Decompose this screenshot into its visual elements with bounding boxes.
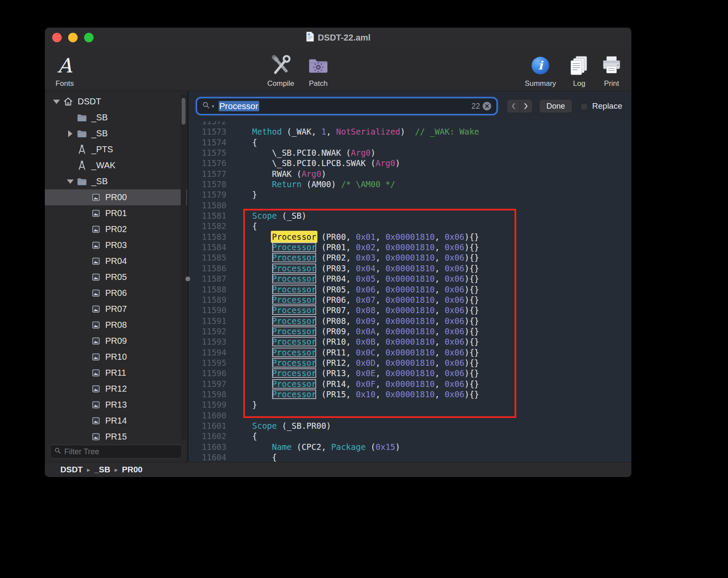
code-editor[interactable]: 1157211573 Method (_WAK, 1, NotSerialize… — [188, 121, 631, 462]
sidebar-item-pr11[interactable]: PR11 — [45, 365, 187, 381]
sidebar-item-pr04[interactable]: PR04 — [45, 253, 187, 269]
replace-label: Replace — [592, 101, 622, 111]
code-line: 11587 Processor (PR04, 0x05, 0x00001810,… — [188, 273, 631, 284]
code-line: 11586 Processor (PR03, 0x04, 0x00001810,… — [188, 263, 631, 273]
code-text: Processor (PR01, 0x02, 0x00001810, 0x06)… — [232, 242, 479, 252]
log-label: Log — [573, 79, 585, 88]
code-line: 11582 { — [188, 221, 631, 231]
tree-item-label: _PTS — [91, 144, 113, 154]
toolbar: A Fonts Compile — [45, 47, 631, 91]
find-match[interactable]: Processor — [272, 358, 317, 368]
print-label: Print — [604, 79, 619, 88]
patch-button[interactable]: Patch — [303, 50, 333, 88]
sidebar-item-pr00[interactable]: PR00 — [45, 189, 187, 205]
tree-item-label: _SB — [91, 129, 108, 138]
search-menu-chevron-icon[interactable]: ▾ — [212, 104, 214, 109]
code-text: { — [232, 221, 257, 231]
code-line: 11579 } — [188, 189, 631, 200]
sidebar-item-pr10[interactable]: PR10 — [45, 349, 187, 365]
sidebar-scrollbar-track[interactable] — [181, 94, 186, 440]
zoom-button[interactable] — [84, 33, 94, 42]
sidebar-item-pr03[interactable]: PR03 — [45, 237, 187, 253]
compile-button[interactable]: Compile — [263, 50, 299, 88]
screen: DSDT-22.aml A Fonts — [0, 0, 728, 578]
sidebar-scrollbar-thumb[interactable] — [182, 98, 185, 125]
find-match[interactable]: Processor — [272, 264, 317, 273]
previous-match-button[interactable] — [507, 100, 520, 113]
clear-search-icon[interactable]: ✕ — [483, 102, 491, 110]
replace-checkbox[interactable] — [580, 102, 588, 110]
find-match-current[interactable]: Processor — [272, 232, 317, 242]
filter-tree-input[interactable]: Filter Tree — [50, 445, 182, 459]
find-match[interactable]: Processor — [272, 305, 317, 315]
find-match[interactable]: Processor — [272, 242, 317, 252]
sidebar-item-_sb[interactable]: _SB — [45, 173, 187, 189]
tree-item-label: PR10 — [105, 352, 127, 362]
find-match[interactable]: Processor — [272, 316, 317, 326]
breadcrumb-item-dsdt[interactable]: DSDT — [60, 465, 83, 474]
sidebar-item-_wak[interactable]: _WAK — [45, 157, 187, 173]
sidebar-item-_sb[interactable]: _SB — [45, 110, 187, 126]
sidebar-item-pr09[interactable]: PR09 — [45, 333, 187, 349]
find-match[interactable]: Processor — [272, 253, 317, 262]
sidebar-item-dsdt[interactable]: DSDT — [45, 94, 187, 110]
sidebar-item-pr14[interactable]: PR14 — [45, 413, 187, 429]
find-match[interactable]: Processor — [272, 337, 317, 346]
line-number: 11578 — [188, 179, 226, 189]
code-line: 11576 \_SB.PCI0.LPCB.SWAK (Arg0) — [188, 158, 631, 168]
sidebar-item-pr06[interactable]: PR06 — [45, 285, 187, 301]
disclosure-right-icon[interactable] — [65, 130, 76, 137]
sidebar-tree[interactable]: DSDT_SB_SB_PTS_WAK_SBPR00PR01PR02PR03PR0… — [45, 91, 187, 441]
close-button[interactable] — [52, 33, 62, 42]
done-button[interactable]: Done — [539, 99, 572, 113]
sidebar-item-pr08[interactable]: PR08 — [45, 317, 187, 333]
find-match[interactable]: Processor — [272, 348, 317, 357]
find-match[interactable]: Processor — [272, 327, 317, 336]
breadcrumb-item-_sb[interactable]: _SB — [94, 465, 110, 474]
node-icon — [90, 400, 102, 410]
line-number: 11603 — [188, 442, 226, 452]
log-button[interactable]: Log — [566, 50, 592, 88]
print-button[interactable]: Print — [599, 50, 624, 88]
sidebar-item-_pts[interactable]: _PTS — [45, 141, 187, 157]
disclosure-down-icon[interactable] — [51, 100, 62, 104]
line-number: 11590 — [188, 305, 226, 315]
line-number: 11581 — [188, 210, 226, 221]
node-icon — [90, 272, 102, 282]
find-match[interactable]: Processor — [272, 295, 317, 305]
summary-button[interactable]: i Summary — [521, 50, 560, 88]
breadcrumb-item-pr00[interactable]: PR00 — [122, 465, 143, 474]
breadcrumb-separator-icon: ▸ — [115, 466, 118, 473]
code-text: \_SB.PCI0.NWAK (Arg0) — [232, 148, 376, 158]
sidebar-item-pr12[interactable]: PR12 — [45, 381, 187, 397]
patch-label: Patch — [309, 79, 327, 88]
bottom-bar: DSDT▸_SB▸PR00 — [45, 462, 631, 477]
tree-item-label: PR00 — [105, 192, 127, 202]
sidebar-item-pr13[interactable]: PR13 — [45, 397, 187, 413]
find-input[interactable]: ▾ Processor 22 ✕ — [197, 98, 496, 114]
find-match[interactable]: Processor — [272, 379, 317, 389]
sidebar-item-pr15[interactable]: PR15 — [45, 429, 187, 441]
line-number: 11599 — [188, 399, 226, 410]
code-line: 11595 Processor (PR12, 0x0D, 0x00001810,… — [188, 358, 631, 368]
sidebar-item-pr01[interactable]: PR01 — [45, 205, 187, 221]
sidebar-item-pr07[interactable]: PR07 — [45, 301, 187, 317]
find-match[interactable]: Processor — [272, 390, 317, 399]
minimize-button[interactable] — [68, 33, 78, 42]
find-match[interactable]: Processor — [272, 285, 317, 294]
disclosure-down-icon[interactable] — [65, 179, 76, 184]
line-number: 11602 — [188, 431, 226, 441]
fonts-button[interactable]: A Fonts — [51, 50, 78, 88]
line-number: 11601 — [188, 421, 226, 431]
next-match-button[interactable] — [520, 100, 533, 113]
sidebar-item-pr02[interactable]: PR02 — [45, 221, 187, 237]
sidebar-item-_sb[interactable]: _SB — [45, 126, 187, 141]
find-match[interactable]: Processor — [272, 274, 317, 283]
line-number: 11574 — [188, 137, 226, 148]
code-text: Processor (PR08, 0x09, 0x00001810, 0x06)… — [232, 316, 479, 326]
sidebar-item-pr05[interactable]: PR05 — [45, 269, 187, 285]
find-match[interactable]: Processor — [272, 368, 317, 378]
find-nav-segmented — [507, 99, 533, 113]
code-text: RWAK (Arg0) — [232, 169, 326, 179]
tree-item-label: PR03 — [105, 240, 127, 250]
